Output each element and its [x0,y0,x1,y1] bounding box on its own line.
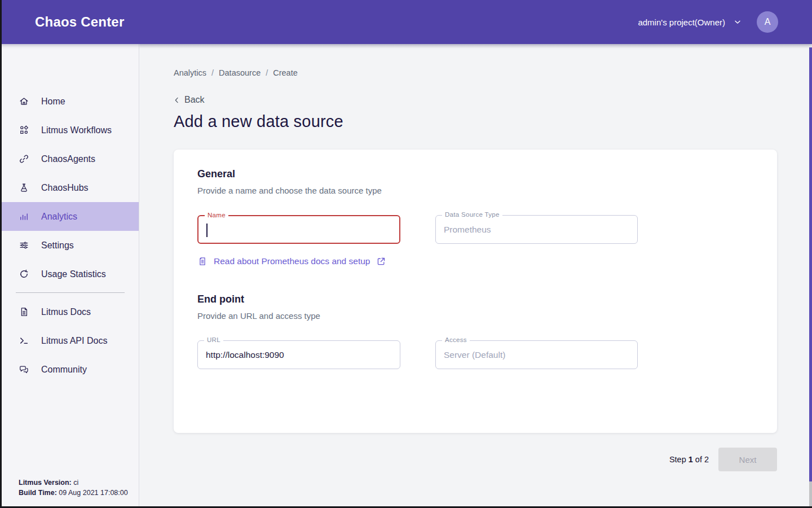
page-title: Add a new data source [174,112,812,131]
data-source-type-field: Data Source Type [435,215,638,244]
bar-chart-icon [19,211,29,222]
general-fields-row: Name Data Source Type [197,215,753,244]
chain-link-icon [19,154,29,164]
access-field: Access [435,340,638,369]
breadcrumb-create[interactable]: Create [273,68,298,77]
sidebar-item-label: Home [41,97,65,107]
data-source-type-label: Data Source Type [442,211,502,218]
sidebar-item-analytics[interactable]: Analytics [0,202,139,231]
sidebar-item-label: Settings [41,240,74,251]
breadcrumb-separator: / [206,68,219,77]
header-right: admin's project(Owner) A [638,11,778,33]
sidebar-item-settings[interactable]: Settings [0,231,139,260]
document-icon [19,306,29,317]
sidebar-item-label: Litmus Workflows [41,125,112,135]
version-info: Litmus Version: ci Build Time: 09 Aug 20… [19,478,128,498]
flask-icon [19,182,29,193]
sidebar-item-home[interactable]: Home [0,87,139,116]
workflows-icon [19,125,29,135]
app-title: Chaos Center [35,14,124,30]
name-field: Name [197,215,400,244]
sidebar: Home Litmus Workflows ChaosAgents ChaosH… [0,44,139,508]
sidebar-primary-nav: Home Litmus Workflows ChaosAgents ChaosH… [0,87,139,288]
external-link-icon [376,256,386,266]
sidebar-item-label: ChaosAgents [41,154,95,164]
sidebar-item-label: Litmus API Docs [41,336,107,346]
chat-bubbles-icon [19,364,29,375]
scrollbar-track[interactable] [809,481,812,506]
endpoint-heading: End point [197,294,753,305]
sidebar-item-label: Usage Statistics [41,269,106,279]
scrollbar-thumb[interactable] [809,47,812,481]
endpoint-subtitle: Provide an URL and access type [197,311,753,321]
sidebar-divider [16,292,125,293]
refresh-circle-icon [19,269,29,279]
step-indicator: Step1of 2 [669,455,709,464]
access-input[interactable] [436,341,637,369]
breadcrumb-separator: / [261,68,273,77]
breadcrumb: Analytics / Datasource / Create [174,68,812,77]
window-left-edge [0,0,2,508]
app-header: Chaos Center admin's project(Owner) A [0,0,812,44]
name-field-label: Name [205,212,228,218]
general-heading: General [197,168,753,180]
main-content: Analytics / Datasource / Create Back Add… [140,44,812,508]
litmus-version-line: Litmus Version: ci [19,478,128,488]
sidebar-item-chaosagents[interactable]: ChaosAgents [0,144,139,173]
endpoint-fields-row: URL Access [197,340,753,369]
step-current: 1 [686,455,695,464]
chevron-left-icon [173,96,181,104]
sliders-icon [19,240,29,251]
app-window: Chaos Center admin's project(Owner) A Ho… [0,0,812,508]
text-caret [206,224,208,237]
sidebar-item-litmus-docs[interactable]: Litmus Docs [0,297,139,326]
sidebar-secondary-nav: Litmus Docs Litmus API Docs Community [0,297,139,384]
avatar-initial: A [765,17,771,27]
sidebar-item-label: Analytics [41,212,77,222]
url-input[interactable] [198,341,400,369]
back-label: Back [184,95,205,105]
breadcrumb-datasource[interactable]: Datasource [219,68,261,77]
url-field-label: URL [204,336,223,343]
build-time-line: Build Time: 09 Aug 2021 17:08:00 [19,488,128,498]
avatar[interactable]: A [757,11,778,33]
note-doc-icon [197,256,208,266]
chevron-down-icon [733,17,742,27]
next-button[interactable]: Next [718,448,777,471]
sidebar-item-usage-statistics[interactable]: Usage Statistics [0,260,139,288]
general-subtitle: Provide a name and choose the data sourc… [197,186,753,195]
sidebar-item-chaoshubs[interactable]: ChaosHubs [0,173,139,202]
form-footer: Step1of 2 Next [174,448,777,471]
sidebar-item-litmus-workflows[interactable]: Litmus Workflows [0,116,139,144]
datasource-form-card: General Provide a name and choose the da… [174,150,777,433]
breadcrumb-analytics[interactable]: Analytics [174,68,206,77]
sidebar-item-label: Litmus Docs [41,307,91,317]
data-source-type-input[interactable] [436,216,637,243]
project-label: admin's project(Owner) [638,17,725,27]
docs-link-text: Read about Prometheus docs and setup [214,256,370,266]
sidebar-item-community[interactable]: Community [0,355,139,384]
terminal-icon [19,335,29,346]
back-button[interactable]: Back [173,95,205,105]
access-field-label: Access [442,336,470,343]
name-input[interactable] [198,216,399,243]
home-icon [19,96,29,107]
prometheus-docs-link[interactable]: Read about Prometheus docs and setup [197,256,386,266]
sidebar-item-label: Community [41,365,87,375]
project-selector[interactable]: admin's project(Owner) [638,17,742,27]
sidebar-item-label: ChaosHubs [41,183,89,193]
sidebar-item-litmus-api-docs[interactable]: Litmus API Docs [0,326,139,355]
url-field: URL [197,340,400,369]
